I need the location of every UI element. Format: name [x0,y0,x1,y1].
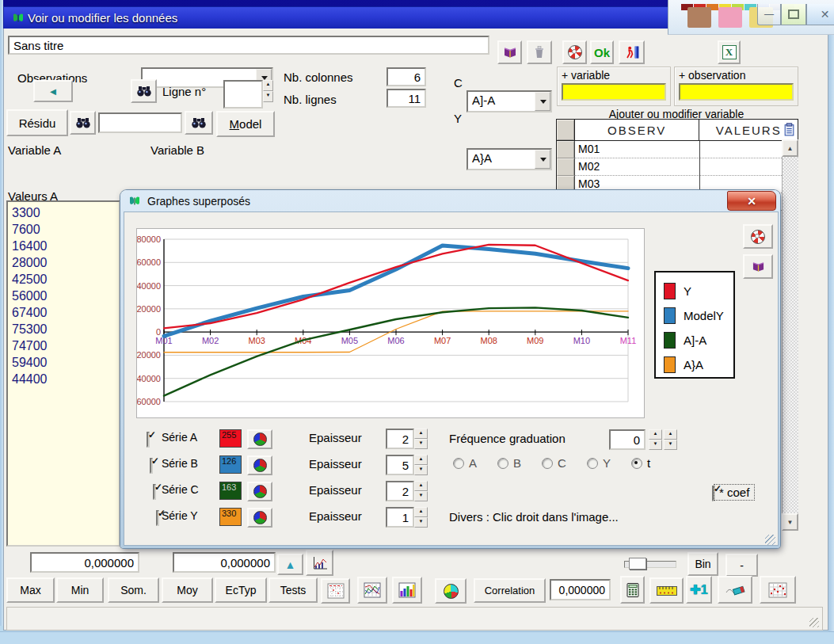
slider-thumb[interactable] [629,558,646,570]
ligne-n-spinner[interactable] [223,80,273,102]
c-combo[interactable]: A]-A [467,90,552,112]
valeur-cell[interactable] [699,158,782,176]
minus-button[interactable]: - [725,554,758,577]
spin-down-icon[interactable] [263,91,273,102]
radio-A[interactable] [453,458,464,469]
ruler-button[interactable] [649,577,684,604]
tests-button[interactable]: Tests [268,577,318,603]
frequence-field[interactable]: 0 [609,429,645,450]
valeurs-list-item[interactable]: 59400 [8,354,119,371]
valeurs-list-item[interactable]: 7600 [8,221,119,238]
epaisseur-b-field[interactable]: 5 [386,455,414,475]
add-variable-input[interactable] [562,83,666,101]
model-button[interactable]: Model [216,111,275,137]
epaisseur-c-field[interactable]: 2 [386,481,414,501]
book-button[interactable] [497,40,522,64]
moy-button[interactable]: Moy [162,577,213,603]
line-chart-button[interactable] [357,577,387,604]
sort-button[interactable]: ▲ [277,554,303,575]
scrollbar-track[interactable] [782,157,798,513]
zoom-slider[interactable] [624,561,676,568]
valeurs-list-item[interactable]: 42500 [8,271,119,288]
correlation-button[interactable]: Correlation [474,578,546,603]
paste-button[interactable] [783,123,795,139]
valeurs-list-item[interactable]: 74700 [8,337,119,354]
row-selector[interactable] [557,141,574,158]
serie-b-color-swatch[interactable]: 126 [219,455,242,474]
serie-a-color-swatch[interactable]: 255 [219,429,242,448]
serie-c-color-swatch[interactable]: 163 [219,482,242,500]
y-combo[interactable]: A}A [467,148,552,170]
serie-b-color-button[interactable] [247,455,272,475]
observ-cell[interactable]: M02 [574,158,699,176]
observ-cell[interactable]: M01 [574,141,699,158]
valeurs-list-item[interactable]: 67400 [8,304,119,321]
valeur-cell[interactable] [699,141,782,158]
delete-button[interactable] [527,40,552,64]
serie-b-checkbox[interactable] [150,458,153,474]
ligne-n-spin-buttons[interactable] [263,80,273,102]
help-wheel-button[interactable] [562,40,587,64]
valeurs-list-item[interactable]: 28000 [8,254,119,271]
serie-y-checkbox[interactable] [156,510,159,526]
valeurs-list-item[interactable]: 3300 [8,204,119,221]
minimize-button[interactable] [757,4,781,25]
serie-a-color-button[interactable] [247,429,272,449]
valeurs-list-item[interactable]: 75300 [8,321,119,337]
radio-C[interactable] [542,458,553,469]
maximize-button[interactable] [781,4,806,25]
table-corner-cell[interactable] [557,120,574,140]
result-field-2[interactable]: 0,000000 [173,552,276,573]
epaisseur-a-field[interactable]: 2 [386,429,414,449]
bar-chart-button[interactable] [392,577,422,604]
chart-area[interactable]: 800006000040000200000-20000-40000-60000M… [136,228,645,418]
radio-t[interactable] [631,458,642,469]
search-observation-button[interactable] [131,79,157,103]
correlation-field[interactable]: 0,000000 [550,579,611,600]
add-observation-input[interactable] [679,83,794,101]
bin-button[interactable]: Bin [687,552,718,576]
histogram-button[interactable] [306,550,333,576]
grid-view-button[interactable] [321,578,350,604]
serie-a-checkbox[interactable] [147,432,150,448]
erase-button[interactable] [718,576,752,604]
ligne-n-input[interactable] [223,80,263,109]
add-one-button[interactable]: ✚1 [686,576,712,604]
frequence-spinner-2[interactable] [664,429,677,450]
search-input[interactable] [98,112,182,133]
graph-help-button[interactable] [743,224,773,249]
close-button[interactable] [806,4,834,25]
graph-close-button[interactable]: ✕ [727,191,776,211]
valeurs-list-item[interactable]: 44400 [8,371,119,387]
prev-button[interactable]: ◄ [33,80,73,102]
exit-button[interactable] [619,40,645,64]
graph-window-title-bar[interactable]: Graphes superposés [120,190,780,211]
radio-B[interactable] [497,458,508,469]
epaisseur-c-spinner[interactable] [414,481,428,501]
epaisseur-y-field[interactable]: 1 [386,507,414,528]
residu-button[interactable]: Résidu [6,109,68,136]
epaisseur-b-spinner[interactable] [414,455,428,475]
excel-export-button[interactable]: X [718,40,741,64]
ok-button[interactable]: Ok [590,40,614,64]
serie-y-color-button[interactable] [247,508,272,528]
scatter-button[interactable] [760,576,796,604]
scroll-down-button[interactable]: ▼ [782,513,798,531]
table-scrollbar[interactable]: ▲ ▼ [782,139,798,524]
pastel-palette-square[interactable] [718,7,742,28]
valeurs-list-item[interactable]: 16400 [8,238,119,254]
ectyp-button[interactable]: EcTyp [215,577,267,603]
search-residu-button[interactable] [70,111,96,135]
scroll-up-button[interactable]: ▲ [782,139,798,157]
search-value-button[interactable] [185,111,213,135]
resize-grip[interactable] [809,618,819,627]
epaisseur-y-spinner[interactable] [414,507,428,528]
calculator-button[interactable] [620,576,645,604]
graph-book-button[interactable] [743,254,773,279]
serie-y-color-swatch[interactable]: 330 [219,508,242,526]
som-button[interactable]: Som. [108,577,159,603]
pie-chart-button[interactable] [435,578,467,604]
frequence-spinner-1[interactable] [649,429,662,450]
valeurs-list-item[interactable]: 56000 [8,288,119,304]
max-button[interactable]: Max [6,577,55,603]
